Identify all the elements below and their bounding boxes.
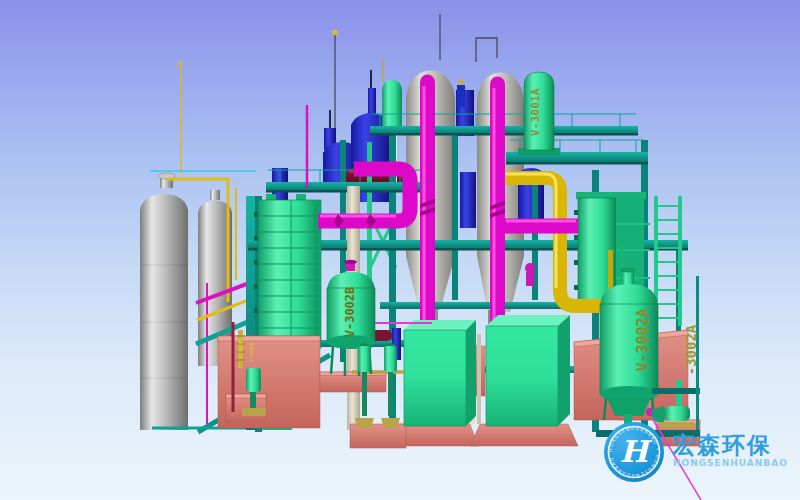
equipment-label-edge: -3002A <box>683 324 699 375</box>
plant-scene: V-3001A <box>0 0 800 500</box>
brand-name-cn: 宏森环保 <box>671 432 772 458</box>
pump-label-b: P-3002B <box>249 342 254 361</box>
brand-name-en: HONGSENHUANBAO <box>673 458 788 468</box>
green-box-tanks <box>404 315 570 426</box>
equipment-label-v3002a: V-3002A <box>634 308 652 371</box>
column-v3001a: V-3001A <box>518 72 560 155</box>
equipment-label-v3001a: V-3001A <box>529 88 541 136</box>
plant-3d-render: V-3001A <box>0 0 800 500</box>
pump-label-a: P-3002A <box>238 339 243 358</box>
logo-monogram-icon: H <box>620 434 653 469</box>
equipment-label-v3002b: V-3002B <box>343 287 357 338</box>
